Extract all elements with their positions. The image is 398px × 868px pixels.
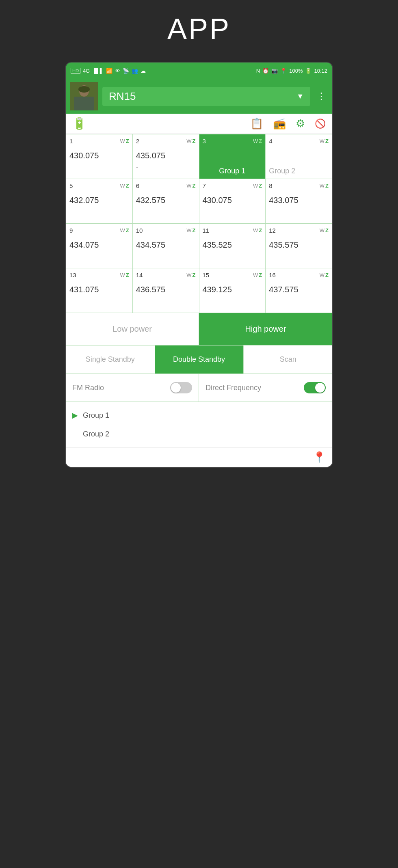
channel-cell-6[interactable]: 6 WZ 432.575 [133,179,199,224]
map-toolbar-icon[interactable]: 📋 [250,117,263,130]
channel-wz-6: WZ [186,183,195,189]
standby-row: Single Standby Double Standby Scan [66,345,332,374]
channel-cell-14[interactable]: 14 WZ 436.575 [133,268,199,313]
battery-toolbar-icon: 🔋 [72,117,87,130]
direct-freq-knob [315,383,325,393]
channel-num-1: 1 [69,138,73,145]
channel-wz-16: WZ [320,272,329,278]
bottom-bar: 📍 [66,447,332,467]
channel-freq-2: 435.075 [136,151,196,160]
phone-frame: HD 4G ▐▌▌ 📶 👁 📡 👥 ☁ N ⏰ 📷 📍 100% 🔋 10:12 [65,62,333,468]
hd-badge: HD [71,68,80,73]
channel-wz-5: WZ [120,183,129,189]
group-label-2: Group 2 [83,430,109,438]
channel-cell-10[interactable]: 10 WZ 434.575 [133,224,199,268]
main-content: 🔋 📋 📻 ⚙ 🚫 1 WZ 430.075 [66,114,332,467]
channel-wz-10: WZ [186,227,195,233]
channel-freq-1: 430.075 [69,151,129,160]
channel-num-2: 2 [136,138,139,145]
channel-cell-16[interactable]: 16 WZ 437.575 [266,268,332,313]
channel-group-gray-4: Group 2 [269,167,329,175]
channel-cell-11[interactable]: 11 WZ 435.525 [199,224,266,268]
channel-cell-8[interactable]: 8 WZ 433.075 [266,179,332,224]
channel-group-3: Group 1 [219,167,245,175]
channel-freq-15: 439.125 [203,285,262,294]
double-standby-button[interactable]: Double Standby [155,345,244,374]
channel-cell-13[interactable]: 13 WZ 431.075 [66,268,133,313]
fm-radio-toggle[interactable] [170,382,192,393]
channel-freq-5: 432.075 [69,196,129,205]
device-name-box[interactable]: RN15 ▼ [102,87,310,106]
channel-wz-7: WZ [253,183,262,189]
group-item-2[interactable]: ▶ Group 2 [66,425,332,443]
group-item-1[interactable]: ▶ Group 1 [66,406,332,425]
single-standby-button[interactable]: Single Standby [66,345,155,374]
channel-cell-2[interactable]: 2 WZ 435.075 - [133,134,199,179]
channel-freq-7: 430.075 [203,196,262,205]
channel-cell-15[interactable]: 15 WZ 439.125 [199,268,266,313]
channel-wz-9: WZ [120,227,129,233]
channel-num-10: 10 [136,227,143,234]
app-title: APP [167,12,231,45]
location-status-icon: 📍 [280,68,287,74]
channel-wz-1: WZ [120,138,129,144]
channel-freq-10: 434.575 [136,240,196,250]
signal-4g: 4G [83,68,90,74]
status-right: N ⏰ 📷 📍 100% 🔋 10:12 [256,68,327,74]
soldier-svg [70,82,98,110]
direct-freq-label: Direct Frequency [205,384,261,392]
direct-freq-toggle[interactable] [304,382,326,393]
channel-cell-4[interactable]: 4 WZ Group 2 [266,134,332,179]
channel-freq-8: 433.075 [269,196,329,205]
channel-cell-12[interactable]: 12 WZ 435.575 [266,224,332,268]
channel-freq-12: 435.575 [269,240,329,250]
group-list: ▶ Group 1 ▶ Group 2 [66,402,332,447]
channel-freq-6: 432.575 [136,196,196,205]
channel-num-4: 4 [269,138,272,145]
channel-num-7: 7 [203,182,206,189]
nfc-icon: N [256,68,260,74]
header-menu-button[interactable]: ⋮ [314,91,328,101]
channel-wz-11: WZ [253,227,262,233]
channel-cell-1[interactable]: 1 WZ 430.075 [66,134,133,179]
location-pin-icon[interactable]: 📍 [313,451,326,464]
radio-toolbar-icon[interactable]: 📻 [273,117,286,130]
channel-num-5: 5 [69,182,73,189]
avatar-image [70,82,98,110]
cloud-icon: ☁ [141,68,146,74]
channel-grid: 1 WZ 430.075 2 WZ 435.075 - 3 [66,134,332,313]
channel-wz-15: WZ [253,272,262,278]
no-signal-toolbar-icon[interactable]: 🚫 [315,119,326,129]
channel-freq-11: 435.525 [203,240,262,250]
channel-num-13: 13 [69,272,76,279]
channel-cell-7[interactable]: 7 WZ 430.075 [199,179,266,224]
antenna-icon: 📡 [123,68,129,74]
fm-radio-label: FM Radio [72,384,104,392]
channel-freq-14: 436.575 [136,285,196,294]
status-left: HD 4G ▐▌▌ 📶 👁 📡 👥 ☁ [71,68,146,74]
channel-cell-5[interactable]: 5 WZ 432.075 [66,179,133,224]
low-power-button[interactable]: Low power [66,313,199,345]
gear-toolbar-icon[interactable]: ⚙ [296,117,305,130]
channel-wz-3: WZ [253,138,262,144]
fm-radio-cell: FM Radio [66,374,199,402]
channel-num-11: 11 [203,227,210,234]
channel-wz-14: WZ [186,272,195,278]
channel-cell-3[interactable]: 3 WZ Group 1 [199,134,266,179]
svg-rect-2 [74,97,94,110]
scan-button[interactable]: Scan [243,345,332,374]
battery-pct: 100% [289,68,303,74]
channel-wz-13: WZ [120,272,129,278]
channel-freq-16: 437.575 [269,285,329,294]
direct-freq-cell: Direct Frequency [199,374,332,402]
channel-num-8: 8 [269,182,272,189]
channel-num-15: 15 [203,272,210,279]
dropdown-arrow-icon: ▼ [296,92,304,101]
channel-cell-9[interactable]: 9 WZ 434.075 [66,224,133,268]
channel-num-3: 3 [203,138,206,145]
high-power-button[interactable]: High power [199,313,332,345]
eye-icon: 👁 [115,68,120,74]
play-icon-1: ▶ [72,411,78,420]
phone-container: APP HD 4G ▐▌▌ 📶 👁 📡 👥 ☁ N ⏰ 📷 📍 100% 🔋 [0,0,398,868]
channel-wz-4: WZ [320,138,329,144]
